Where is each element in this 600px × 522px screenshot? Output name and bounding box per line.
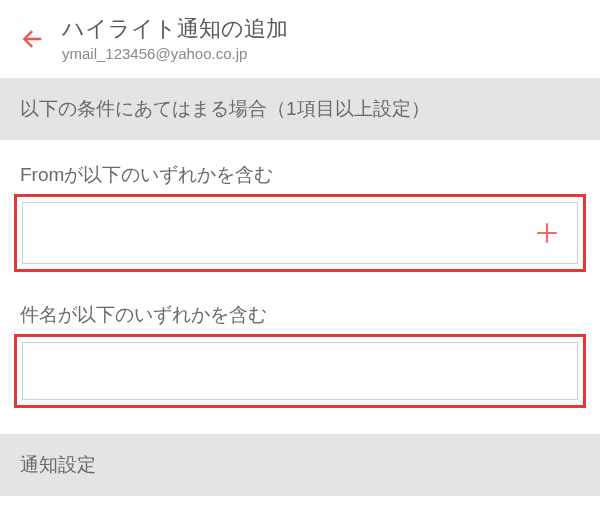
from-field-label: Fromが以下のいずれかを含む bbox=[14, 162, 586, 188]
page-title: ハイライト通知の追加 bbox=[62, 14, 288, 44]
app-header: ハイライト通知の追加 ymail_123456@yahoo.co.jp bbox=[0, 0, 600, 78]
subject-highlight-box bbox=[14, 334, 586, 408]
subject-field-label: 件名が以下のいずれかを含む bbox=[14, 302, 586, 328]
arrow-left-icon bbox=[18, 25, 46, 53]
plus-icon bbox=[534, 220, 560, 246]
from-input-row[interactable] bbox=[22, 202, 578, 264]
account-email: ymail_123456@yahoo.co.jp bbox=[62, 44, 288, 64]
subject-field-block: 件名が以下のいずれかを含む bbox=[0, 280, 600, 416]
add-from-button[interactable] bbox=[533, 219, 561, 247]
back-button[interactable] bbox=[14, 21, 50, 57]
conditions-section-header: 以下の条件にあてはまる場合（1項目以上設定） bbox=[0, 78, 600, 140]
subject-input-row[interactable] bbox=[22, 342, 578, 400]
from-field-block: Fromが以下のいずれかを含む bbox=[0, 140, 600, 280]
from-highlight-box bbox=[14, 194, 586, 272]
notification-section-header: 通知設定 bbox=[0, 434, 600, 496]
title-block: ハイライト通知の追加 ymail_123456@yahoo.co.jp bbox=[62, 14, 288, 64]
